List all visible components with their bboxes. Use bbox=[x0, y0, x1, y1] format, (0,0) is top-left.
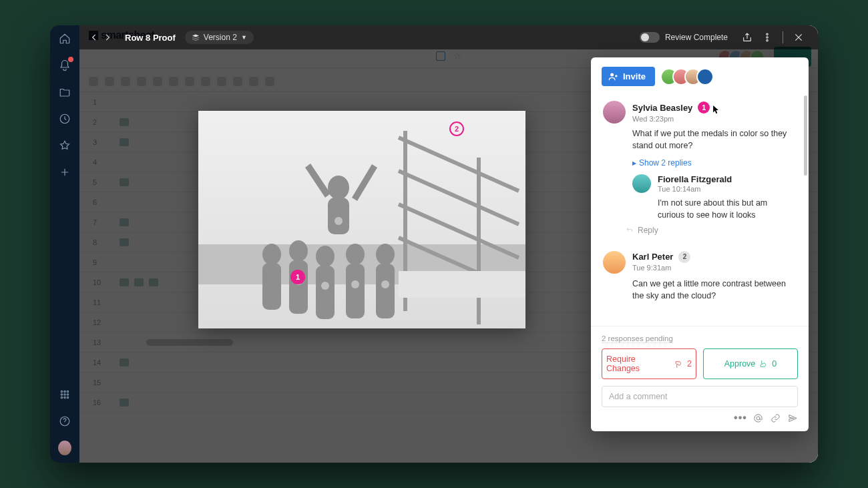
comments-panel: Invite Sylvia Beasley 1 bbox=[591, 57, 809, 431]
invite-label: Invite bbox=[623, 71, 646, 81]
app-rail bbox=[50, 25, 79, 463]
svg-rect-28 bbox=[376, 264, 395, 318]
approve-button[interactable]: Approve 0 bbox=[703, 348, 798, 379]
scrollbar-thumb[interactable] bbox=[804, 95, 807, 176]
avatar bbox=[632, 174, 651, 193]
next-icon[interactable] bbox=[102, 32, 113, 43]
annotation-pin-1[interactable]: 1 bbox=[290, 270, 305, 284]
recents-icon[interactable] bbox=[58, 112, 71, 126]
avatar bbox=[603, 101, 626, 124]
add-icon[interactable] bbox=[58, 166, 71, 179]
comment-thread[interactable]: Karl Peter 2 Tue 9:31am Can we get a lit… bbox=[603, 246, 797, 308]
proof-image[interactable]: 1 2 bbox=[198, 111, 525, 328]
svg-point-25 bbox=[346, 244, 365, 265]
svg-point-19 bbox=[262, 244, 281, 265]
apps-icon[interactable] bbox=[58, 388, 71, 401]
svg-point-2 bbox=[64, 391, 65, 392]
folder-icon[interactable] bbox=[58, 85, 71, 99]
require-changes-button[interactable]: Require Changes 2 bbox=[602, 348, 696, 379]
comment-body: I'm not sure about this but am curious t… bbox=[658, 197, 797, 221]
comment-time: Tue 9:31am bbox=[632, 264, 797, 272]
attach-link-icon[interactable] bbox=[770, 413, 781, 423]
comment-author: Karl Peter bbox=[632, 252, 673, 262]
svg-point-31 bbox=[351, 280, 359, 288]
home-icon[interactable] bbox=[58, 32, 71, 45]
panel-footer: 2 responses pending Require Changes 2 Ap… bbox=[591, 326, 809, 431]
proof-header: Row 8 Proof Version 2 ▼ Review Complete bbox=[79, 25, 818, 49]
invite-button[interactable]: Invite bbox=[602, 67, 655, 86]
annotation-count-badge: 2 bbox=[678, 251, 690, 263]
review-complete-toggle[interactable] bbox=[640, 32, 660, 43]
comment-time: Wed 3:23pm bbox=[632, 115, 797, 123]
svg-rect-20 bbox=[262, 263, 281, 310]
proof-title: Row 8 Proof bbox=[125, 33, 176, 43]
share-icon[interactable] bbox=[741, 31, 753, 43]
svg-rect-18 bbox=[328, 198, 349, 234]
svg-point-17 bbox=[328, 176, 349, 200]
avatar bbox=[603, 251, 626, 274]
pending-responses: 2 responses pending bbox=[602, 334, 673, 343]
svg-point-6 bbox=[67, 394, 68, 395]
svg-point-35 bbox=[756, 417, 760, 420]
annotation-count-badge: 1 bbox=[698, 101, 710, 113]
help-icon[interactable] bbox=[58, 415, 71, 428]
comments-list[interactable]: Sylvia Beasley 1 Wed 3:23pm What if we p… bbox=[591, 93, 809, 326]
close-icon[interactable] bbox=[793, 31, 805, 43]
annotation-pin-2[interactable]: 2 bbox=[449, 121, 464, 136]
comment-input[interactable] bbox=[602, 386, 798, 407]
svg-rect-16 bbox=[399, 271, 525, 298]
comment-author: Sylvia Beasley bbox=[632, 103, 692, 113]
reviewer-avatars[interactable] bbox=[666, 68, 714, 85]
svg-point-11 bbox=[767, 33, 768, 35]
svg-point-7 bbox=[61, 397, 62, 398]
svg-point-32 bbox=[381, 280, 389, 288]
svg-rect-26 bbox=[346, 264, 365, 318]
svg-point-9 bbox=[67, 397, 68, 398]
notifications-icon[interactable] bbox=[58, 59, 71, 72]
comment-thread[interactable]: Sylvia Beasley 1 Wed 3:23pm What if we p… bbox=[603, 95, 797, 242]
show-replies-link[interactable]: Show 2 replies bbox=[632, 158, 797, 168]
chevron-down-icon: ▼ bbox=[241, 34, 247, 41]
review-complete-label: Review Complete bbox=[665, 33, 728, 42]
svg-point-4 bbox=[61, 394, 62, 395]
version-label: Version 2 bbox=[204, 33, 237, 42]
svg-point-12 bbox=[767, 37, 768, 38]
account-avatar[interactable] bbox=[58, 441, 71, 455]
version-selector[interactable]: Version 2 ▼ bbox=[185, 31, 254, 44]
svg-rect-22 bbox=[289, 260, 308, 314]
comment-reply: Fiorella Fitzgerald Tue 10:14am I'm not … bbox=[632, 174, 797, 221]
svg-point-27 bbox=[376, 244, 395, 265]
comment-time: Tue 10:14am bbox=[658, 185, 797, 193]
comment-body: Can we get a little more contrast betwee… bbox=[632, 278, 797, 302]
svg-point-8 bbox=[64, 397, 65, 398]
comment-body: What if we put the medals in color so th… bbox=[632, 128, 797, 152]
send-icon[interactable] bbox=[787, 413, 798, 423]
reply-link[interactable]: Reply bbox=[626, 226, 797, 235]
comment-author: Fiorella Fitzgerald bbox=[658, 174, 732, 184]
svg-point-5 bbox=[64, 394, 65, 395]
svg-point-21 bbox=[289, 240, 308, 262]
svg-point-3 bbox=[67, 391, 68, 392]
more-options-icon[interactable]: ••• bbox=[735, 413, 746, 423]
svg-point-23 bbox=[316, 246, 335, 267]
svg-point-13 bbox=[767, 39, 768, 41]
svg-point-34 bbox=[610, 73, 614, 77]
app-window: smartsheet ☆ 1 2 3 4 5 6 7 8 9 10 11 bbox=[50, 25, 818, 463]
prev-icon[interactable] bbox=[89, 32, 99, 43]
main-area: smartsheet ☆ 1 2 3 4 5 6 7 8 9 10 11 bbox=[79, 25, 818, 463]
svg-point-1 bbox=[61, 391, 62, 392]
favorites-icon[interactable] bbox=[58, 139, 71, 152]
more-icon[interactable] bbox=[761, 31, 773, 43]
mention-icon[interactable] bbox=[752, 413, 763, 423]
svg-point-30 bbox=[321, 282, 329, 290]
svg-point-33 bbox=[335, 217, 343, 225]
svg-rect-24 bbox=[316, 266, 335, 319]
